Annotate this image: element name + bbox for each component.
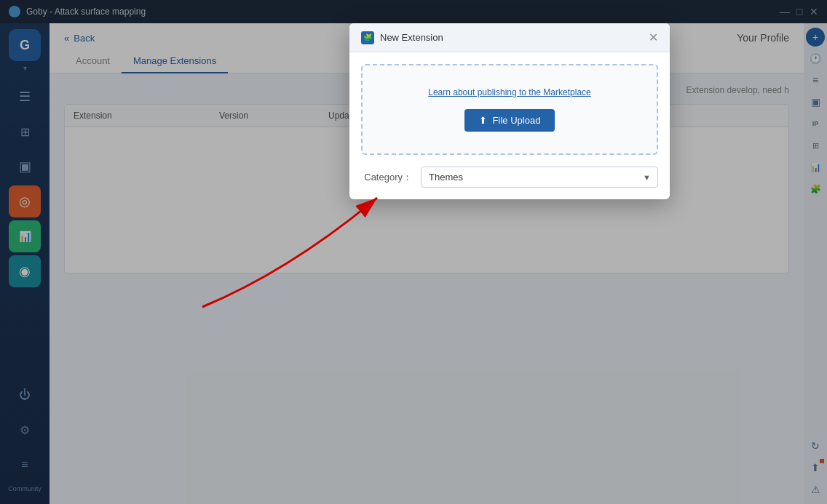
dialog-header-icon: 🧩 <box>361 31 374 44</box>
new-extension-dialog: 🧩 New Extension ✕ Learn about publishing… <box>349 23 670 199</box>
upload-cloud-icon: ⬆ <box>479 115 487 126</box>
marketplace-link[interactable]: Learn about publishing to the Marketplac… <box>377 87 642 97</box>
upload-button-label: File Upload <box>493 115 541 126</box>
category-label: Category： <box>361 171 412 184</box>
file-upload-button[interactable]: ⬆ File Upload <box>464 109 555 132</box>
dialog-header: 🧩 New Extension ✕ <box>349 23 670 52</box>
category-row: Category： Themes Tools Plugins Other ▼ <box>361 167 658 188</box>
category-select[interactable]: Themes Tools Plugins Other <box>421 167 658 188</box>
upload-drop-area[interactable]: Learn about publishing to the Marketplac… <box>361 64 658 155</box>
dialog-title: New Extension <box>380 32 443 43</box>
category-select-wrapper: Themes Tools Plugins Other ▼ <box>421 167 658 188</box>
dialog-close-button[interactable]: ✕ <box>649 31 658 44</box>
puzzle-dialog-icon: 🧩 <box>363 33 372 41</box>
dialog-header-left: 🧩 New Extension <box>361 31 443 44</box>
dialog-body: Learn about publishing to the Marketplac… <box>349 52 670 199</box>
